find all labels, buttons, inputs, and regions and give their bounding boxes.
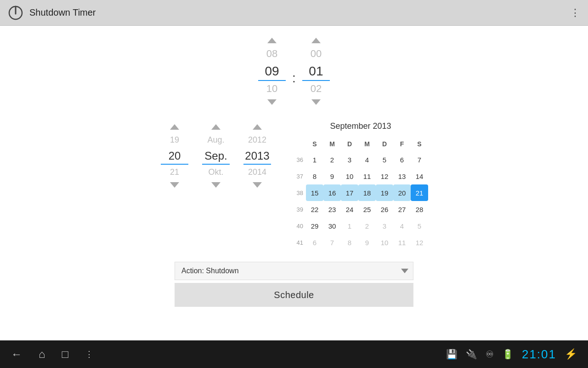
calendar-day[interactable]: 16 [323, 184, 341, 201]
home-button[interactable]: ⌂ [39, 348, 45, 361]
calendar-day[interactable]: 25 [358, 201, 376, 218]
calendar-day[interactable]: 26 [376, 201, 393, 218]
calendar-day[interactable]: 13 [393, 168, 411, 184]
recents-button[interactable]: □ [62, 348, 69, 361]
calendar-day[interactable]: 1 [306, 151, 323, 168]
action-bar[interactable]: Action: Shutdown [175, 262, 413, 280]
day-current[interactable]: 20 [161, 147, 188, 165]
hours-prev: 08 [266, 46, 277, 62]
week-number: 40 [293, 218, 306, 234]
calendar-day[interactable]: 9 [358, 234, 376, 251]
calendar-day[interactable]: 18 [358, 184, 376, 201]
hours-next: 10 [266, 81, 277, 97]
day-column: 19 20 21 [158, 121, 191, 190]
calendar-day[interactable]: 7 [323, 234, 341, 251]
day-down-arrow[interactable] [170, 182, 179, 188]
year-up-arrow[interactable] [253, 124, 262, 130]
year-current[interactable]: 2013 [243, 147, 271, 165]
usb-icon: 🔌 [466, 349, 477, 360]
calendar-day[interactable]: 4 [393, 218, 411, 234]
week-number: 39 [293, 201, 306, 218]
battery-icon: 🔋 [502, 349, 514, 360]
time-picker: 08 09 10 : 00 01 02 [254, 35, 334, 108]
calendar-title: September 2013 [330, 121, 391, 131]
minutes-up-arrow[interactable] [311, 38, 321, 43]
cal-header-d1: D [341, 137, 358, 151]
time-separator: : [292, 57, 296, 86]
calendar-day[interactable]: 6 [393, 151, 411, 168]
minutes-prev: 00 [311, 46, 322, 62]
month-up-arrow[interactable] [211, 124, 220, 130]
calendar-day[interactable]: 11 [393, 234, 411, 251]
year-down-arrow[interactable] [253, 182, 262, 188]
calendar-day[interactable]: 20 [393, 184, 411, 201]
calendar-day[interactable]: 24 [341, 201, 358, 218]
top-bar: Shutdown Timer ⋮ [0, 0, 588, 26]
calendar-day[interactable]: 29 [306, 218, 323, 234]
action-label: Action: Shutdown [181, 267, 407, 275]
sd-card-icon: 💾 [446, 349, 458, 360]
calendar-day[interactable]: 30 [323, 218, 341, 234]
week-number: 41 [293, 234, 306, 251]
calendar-day[interactable]: 7 [411, 151, 428, 168]
calendar-day[interactable]: 9 [323, 168, 341, 184]
calendar-day[interactable]: 5 [376, 151, 393, 168]
power-icon [7, 5, 24, 21]
month-next: Okt. [208, 165, 223, 179]
cal-header-s2: S [411, 137, 428, 151]
minutes-down-arrow[interactable] [311, 99, 321, 105]
calendar-day[interactable]: 5 [411, 218, 428, 234]
calendar-day[interactable]: 17 [341, 184, 358, 201]
calendar-day[interactable]: 11 [358, 168, 376, 184]
month-current[interactable]: Sep. [202, 147, 230, 165]
day-prev: 19 [170, 132, 179, 147]
bottom-status: 💾 🔌 ♾ 🔋 21:01 ⚡ [446, 347, 577, 362]
calendar: September 2013 S M D M D F S 3612345673 [292, 121, 430, 251]
calendar-day[interactable]: 21 [411, 184, 428, 201]
calendar-day[interactable]: 28 [411, 201, 428, 218]
calendar-day[interactable]: 15 [306, 184, 323, 201]
calendar-day[interactable]: 22 [306, 201, 323, 218]
calendar-day[interactable]: 6 [306, 234, 323, 251]
calendar-day[interactable]: 8 [306, 168, 323, 184]
calendar-day[interactable]: 12 [376, 168, 393, 184]
charging-icon: ⚡ [565, 348, 577, 360]
calendar-day[interactable]: 10 [341, 168, 358, 184]
calendar-day[interactable]: 3 [376, 218, 393, 234]
calendar-day[interactable]: 4 [358, 151, 376, 168]
month-column: Aug. Sep. Okt. [200, 121, 232, 190]
day-up-arrow[interactable] [170, 124, 179, 130]
week-number: 38 [293, 184, 306, 201]
overflow-menu-icon[interactable]: ⋮ [570, 7, 581, 19]
day-next: 21 [170, 165, 179, 179]
date-cal-row: 19 20 21 Aug. Sep. Okt. 2012 2013 2014 [158, 121, 430, 251]
bottom-bar: ← ⌂ □ ⋮ 💾 🔌 ♾ 🔋 21:01 ⚡ [0, 340, 588, 368]
calendar-day[interactable]: 14 [411, 168, 428, 184]
clock-display: 21:01 [522, 347, 556, 362]
month-prev: Aug. [207, 132, 224, 147]
minutes-next: 02 [311, 81, 322, 97]
calendar-day[interactable]: 2 [358, 218, 376, 234]
app-title: Shutdown Timer [29, 7, 96, 18]
month-down-arrow[interactable] [211, 182, 220, 188]
hours-current[interactable]: 09 [258, 62, 286, 81]
hours-down-arrow[interactable] [267, 99, 277, 105]
date-picker: 19 20 21 Aug. Sep. Okt. 2012 2013 2014 [158, 121, 273, 190]
calendar-day[interactable]: 23 [323, 201, 341, 218]
calendar-day[interactable]: 8 [341, 234, 358, 251]
bottom-overflow[interactable]: ⋮ [85, 349, 93, 359]
calendar-day[interactable]: 12 [411, 234, 428, 251]
main-content: 08 09 10 : 00 01 02 19 20 21 [0, 26, 588, 340]
schedule-button[interactable]: Schedule [175, 283, 413, 307]
hours-up-arrow[interactable] [267, 38, 277, 43]
calendar-grid: S M D M D F S 36123456737891011121314381… [293, 137, 428, 251]
back-button[interactable]: ← [11, 348, 22, 361]
minutes-current[interactable]: 01 [302, 62, 330, 81]
calendar-day[interactable]: 2 [323, 151, 341, 168]
calendar-day[interactable]: 27 [393, 201, 411, 218]
action-dropdown-icon[interactable] [401, 269, 408, 273]
calendar-day[interactable]: 1 [341, 218, 358, 234]
calendar-day[interactable]: 10 [376, 234, 393, 251]
calendar-day[interactable]: 3 [341, 151, 358, 168]
calendar-day[interactable]: 19 [376, 184, 393, 201]
